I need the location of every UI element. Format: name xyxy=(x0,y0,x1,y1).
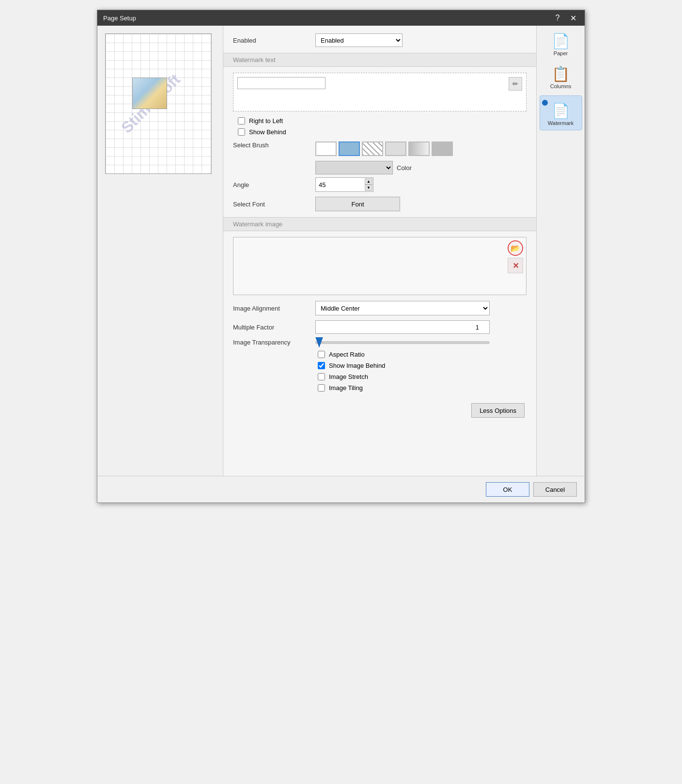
color-row: Color xyxy=(315,161,453,174)
aspect-ratio-row: Aspect Ratio xyxy=(318,351,527,358)
title-bar: Page Setup ? ✕ xyxy=(97,10,585,26)
angle-input-wrap: ▲ ▼ xyxy=(315,177,373,192)
edit-icon: ✏ xyxy=(512,80,518,88)
image-controls: 📂 ✕ xyxy=(508,240,523,273)
show-behind-checkbox[interactable] xyxy=(238,128,245,136)
show-image-behind-row: Show Image Behind xyxy=(318,362,527,369)
cancel-button[interactable]: Cancel xyxy=(533,482,577,497)
aspect-ratio-label: Aspect Ratio xyxy=(329,351,365,358)
clear-image-icon: ✕ xyxy=(512,261,519,270)
open-image-icon: 📂 xyxy=(511,244,520,253)
color-select[interactable] xyxy=(315,161,393,174)
preview-grid: Stimulsoft xyxy=(106,34,211,173)
less-options-section: Less Options xyxy=(233,399,527,418)
color-label: Color xyxy=(397,164,412,172)
show-behind-row: Show Behind xyxy=(238,128,527,136)
image-tiling-label: Image Tiling xyxy=(329,384,363,392)
tab-watermark-radio xyxy=(542,100,548,106)
columns-icon: 📋 xyxy=(552,67,570,81)
dialog-body: Stimulsoft Enabled Enabled Disabled Wate… xyxy=(97,26,585,476)
image-stretch-label: Image Stretch xyxy=(329,373,368,380)
page-setup-dialog: Page Setup ? ✕ Stimulsoft Enabled xyxy=(97,10,585,503)
angle-up-btn[interactable]: ▲ xyxy=(365,178,372,185)
multiple-factor-input[interactable] xyxy=(315,320,490,334)
watermark-text-container: ✏ xyxy=(233,73,527,111)
image-transparency-slider[interactable] xyxy=(315,341,490,344)
image-stretch-row: Image Stretch xyxy=(318,373,527,380)
image-alignment-label: Image Alignment xyxy=(233,305,315,312)
brush-dark-btn[interactable] xyxy=(432,141,453,156)
brush-fill-btn[interactable] xyxy=(339,141,360,156)
dialog-footer: OK Cancel xyxy=(97,476,585,502)
brush-container: Color xyxy=(315,141,453,174)
tab-columns-label: Columns xyxy=(550,83,571,89)
font-button[interactable]: Font xyxy=(315,197,400,211)
image-area: 📂 ✕ xyxy=(233,237,527,295)
angle-spinner: ▲ ▼ xyxy=(365,178,372,191)
image-tiling-checkbox[interactable] xyxy=(318,384,325,392)
angle-down-btn[interactable]: ▼ xyxy=(365,185,372,191)
image-transparency-label: Image Transparency xyxy=(233,339,315,346)
clear-image-button[interactable]: ✕ xyxy=(508,258,523,273)
show-image-behind-checkbox[interactable] xyxy=(318,362,325,369)
right-to-left-label: Right to Left xyxy=(249,117,283,125)
less-options-button[interactable]: Less Options xyxy=(471,403,525,418)
enabled-row: Enabled Enabled Disabled xyxy=(233,33,527,47)
tab-watermark-label: Watermark xyxy=(548,120,574,126)
angle-row: Angle ▲ ▼ xyxy=(233,177,527,192)
right-to-left-checkbox[interactable] xyxy=(238,117,245,125)
right-to-left-row: Right to Left xyxy=(238,117,527,125)
preview-image-inner xyxy=(133,78,167,109)
tab-columns[interactable]: 📋 Columns xyxy=(540,63,582,94)
enabled-select[interactable]: Enabled Disabled xyxy=(315,33,403,47)
brush-hatched-btn[interactable] xyxy=(362,141,383,156)
aspect-ratio-checkbox[interactable] xyxy=(318,351,325,358)
image-alignment-row: Image Alignment Middle Center Top Left T… xyxy=(233,301,527,315)
select-font-label: Select Font xyxy=(233,201,315,208)
ok-button[interactable]: OK xyxy=(486,482,529,497)
show-image-behind-label: Show Image Behind xyxy=(329,362,385,369)
image-transparency-row: Image Transparency xyxy=(233,339,527,346)
select-font-row: Select Font Font xyxy=(233,197,527,211)
tab-paper[interactable]: 📄 Paper xyxy=(540,30,582,61)
dialog-title: Page Setup xyxy=(103,15,136,22)
main-content: Enabled Enabled Disabled Watermark text … xyxy=(223,26,536,476)
enabled-label: Enabled xyxy=(233,37,315,44)
brush-gradient-btn[interactable] xyxy=(408,141,430,156)
select-brush-row: Select Brush Color xyxy=(233,141,527,174)
brush-light-btn[interactable] xyxy=(385,141,406,156)
open-image-button[interactable]: 📂 xyxy=(508,240,523,256)
preview-image-box xyxy=(132,78,167,109)
tab-watermark[interactable]: 📄 Watermark xyxy=(540,95,582,130)
help-button[interactable]: ? xyxy=(552,12,563,24)
tabs-panel: 📄 Paper 📋 Columns 📄 Watermark xyxy=(536,26,585,476)
watermark-icon: 📄 xyxy=(552,104,570,118)
tab-paper-label: Paper xyxy=(554,50,568,56)
image-tiling-row: Image Tiling xyxy=(318,384,527,392)
close-button[interactable]: ✕ xyxy=(567,12,579,24)
watermark-image-section-header: Watermark image xyxy=(223,217,536,231)
edit-text-button[interactable]: ✏ xyxy=(509,77,522,91)
text-checkboxes: Right to Left Show Behind xyxy=(233,117,527,136)
paper-icon: 📄 xyxy=(552,34,570,48)
preview-panel: Stimulsoft xyxy=(97,26,223,476)
title-bar-controls: ? ✕ xyxy=(552,12,579,24)
multiple-factor-row: Multiple Factor xyxy=(233,320,527,334)
slider-wrap xyxy=(315,341,490,344)
brush-solid-btn[interactable] xyxy=(315,141,337,156)
image-checkboxes-section: Aspect Ratio Show Image Behind Image Str… xyxy=(233,351,527,392)
image-alignment-select[interactable]: Middle Center Top Left Top Center Top Ri… xyxy=(315,301,490,315)
page-preview: Stimulsoft xyxy=(105,33,212,174)
select-brush-label: Select Brush xyxy=(233,141,315,149)
angle-label: Angle xyxy=(233,181,315,188)
brush-options-row xyxy=(315,141,453,156)
image-stretch-checkbox[interactable] xyxy=(318,373,325,380)
watermark-text-section-header: Watermark text xyxy=(223,53,536,67)
show-behind-label: Show Behind xyxy=(249,128,286,136)
multiple-factor-label: Multiple Factor xyxy=(233,324,315,331)
watermark-text-input[interactable] xyxy=(237,77,326,89)
